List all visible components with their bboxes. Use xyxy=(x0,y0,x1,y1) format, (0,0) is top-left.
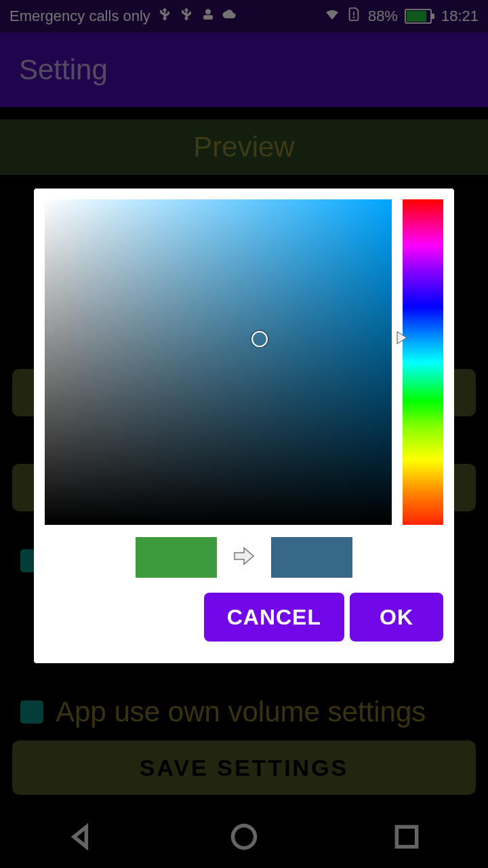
new-color-swatch xyxy=(271,537,352,578)
saturation-value-panel[interactable] xyxy=(45,199,392,525)
arrow-right-icon xyxy=(230,542,258,572)
ok-button[interactable]: OK xyxy=(350,593,443,642)
color-picker-dialog: CANCEL OK xyxy=(34,189,454,663)
cancel-button[interactable]: CANCEL xyxy=(204,593,344,642)
sv-cursor-icon xyxy=(251,331,268,347)
old-color-swatch xyxy=(136,537,217,578)
swatch-row xyxy=(45,537,443,578)
hue-cursor-icon xyxy=(396,331,407,347)
hue-slider[interactable] xyxy=(403,199,443,525)
